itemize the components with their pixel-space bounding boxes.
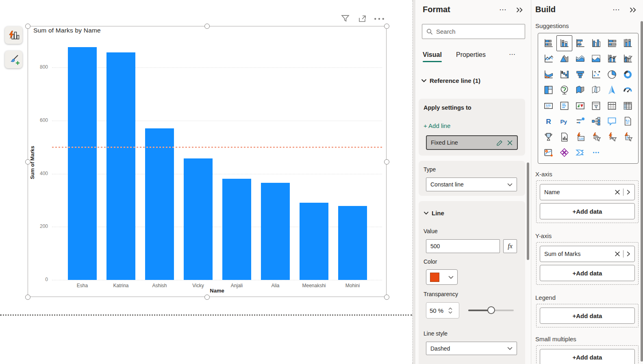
reference-line[interactable] bbox=[52, 147, 382, 148]
100-stacked-column-chart-icon[interactable] bbox=[620, 35, 636, 51]
decomposition-tree-icon[interactable] bbox=[588, 114, 604, 130]
add-data-button-legend[interactable]: +Add data bbox=[540, 308, 635, 324]
tab-properties[interactable]: Properties bbox=[456, 51, 486, 58]
100-stacked-bar-chart-icon[interactable] bbox=[604, 35, 620, 51]
format-search-box[interactable] bbox=[422, 24, 525, 39]
resize-handle[interactable] bbox=[204, 295, 210, 300]
format-more-options-icon[interactable]: ⋯ bbox=[499, 5, 506, 14]
tabs-more-icon[interactable]: ⋯ bbox=[509, 50, 515, 58]
type-dropdown[interactable]: Constant line bbox=[426, 178, 517, 191]
100-stacked-area-chart-icon[interactable] bbox=[588, 51, 604, 67]
line-stacked-column-chart-icon[interactable] bbox=[604, 51, 620, 67]
python-visual-icon[interactable]: Py bbox=[556, 114, 572, 130]
fixed-line-chip[interactable]: Fixed Line bbox=[426, 135, 518, 150]
color-dropdown[interactable] bbox=[426, 269, 458, 285]
add-data-button-x-axis[interactable]: +Add data bbox=[540, 203, 635, 219]
bar-Ashish[interactable] bbox=[145, 128, 174, 280]
focus-mode-icon[interactable] bbox=[358, 14, 367, 23]
remove-field-icon[interactable] bbox=[615, 189, 620, 195]
shape-map-icon[interactable] bbox=[588, 82, 604, 98]
stacked-area-chart-icon[interactable] bbox=[572, 51, 588, 67]
arcgis-map-icon[interactable] bbox=[541, 145, 556, 161]
table-icon[interactable] bbox=[604, 98, 620, 114]
chevron-down-icon[interactable] bbox=[448, 311, 452, 314]
collapse-pane-icon[interactable] bbox=[629, 7, 638, 13]
delete-line-close-icon[interactable] bbox=[507, 140, 513, 146]
ribbon-chart-icon[interactable] bbox=[541, 67, 556, 82]
map-icon[interactable] bbox=[556, 82, 572, 98]
resize-handle[interactable] bbox=[384, 159, 389, 165]
new-text-slicer-icon[interactable]: A bbox=[604, 129, 620, 145]
field-options-chevron-icon[interactable] bbox=[626, 251, 630, 257]
field-chip-name[interactable]: Name bbox=[540, 184, 635, 200]
slicer-icon[interactable] bbox=[588, 98, 604, 114]
bar-Vicky[interactable] bbox=[184, 158, 213, 280]
waterfall-chart-icon[interactable] bbox=[556, 67, 572, 82]
transparency-slider-thumb[interactable] bbox=[487, 306, 495, 314]
stacked-bar-chart-icon[interactable] bbox=[541, 35, 556, 51]
field-options-chevron-icon[interactable] bbox=[626, 189, 630, 195]
tab-visual[interactable]: Visual bbox=[423, 51, 442, 58]
resize-handle[interactable] bbox=[25, 24, 30, 29]
chevron-up-icon[interactable] bbox=[448, 308, 452, 310]
bar-Alia[interactable] bbox=[261, 183, 290, 280]
build-visual-button[interactable] bbox=[5, 26, 22, 44]
format-pane-scrollbar[interactable] bbox=[527, 162, 529, 260]
more-options-icon[interactable] bbox=[374, 17, 384, 21]
new-list-slicer-icon[interactable] bbox=[620, 129, 636, 145]
key-influencers-icon[interactable] bbox=[572, 114, 588, 130]
matrix-icon[interactable] bbox=[620, 98, 636, 114]
r-script-visual-icon[interactable]: R bbox=[541, 114, 556, 130]
clustered-bar-chart-icon[interactable] bbox=[572, 35, 588, 51]
filled-map-icon[interactable] bbox=[572, 82, 588, 98]
metrics-icon[interactable] bbox=[541, 129, 556, 145]
multi-row-card-icon[interactable] bbox=[556, 98, 572, 114]
reference-line-expander[interactable]: Reference line (1) bbox=[421, 77, 480, 84]
treemap-icon[interactable] bbox=[541, 82, 556, 98]
collapse-pane-icon[interactable] bbox=[515, 7, 524, 13]
kpi-icon[interactable] bbox=[572, 98, 588, 114]
build-more-options-icon[interactable]: ⋯ bbox=[613, 5, 620, 14]
card-icon[interactable]: 123 bbox=[541, 98, 556, 114]
new-card-icon[interactable]: 123 bbox=[572, 129, 588, 145]
resize-handle[interactable] bbox=[384, 24, 389, 29]
resize-handle[interactable] bbox=[384, 295, 389, 300]
azure-map-icon[interactable] bbox=[604, 82, 620, 98]
smart-narrative-icon[interactable] bbox=[620, 114, 636, 130]
filter-icon[interactable] bbox=[341, 14, 350, 23]
stacked-column-chart-icon[interactable] bbox=[556, 35, 572, 51]
power-apps-icon[interactable] bbox=[556, 145, 572, 161]
rename-line-pencil-icon[interactable] bbox=[496, 139, 503, 146]
spinner-arrows[interactable] bbox=[448, 308, 452, 314]
gauge-icon[interactable] bbox=[620, 82, 636, 98]
line-style-dropdown[interactable]: Dashed bbox=[426, 342, 517, 355]
transparency-input[interactable] bbox=[430, 307, 447, 314]
format-visual-button[interactable] bbox=[5, 51, 22, 68]
more-visuals-icon[interactable] bbox=[588, 145, 604, 161]
resize-handle[interactable] bbox=[204, 24, 210, 29]
bar-Meenakshi[interactable] bbox=[300, 203, 328, 280]
resize-handle[interactable] bbox=[25, 295, 30, 300]
pie-chart-icon[interactable] bbox=[604, 67, 620, 82]
remove-field-icon[interactable] bbox=[615, 251, 620, 257]
scatter-chart-icon[interactable] bbox=[588, 67, 604, 82]
bar-Anjali[interactable] bbox=[222, 179, 251, 280]
line-clustered-column-chart-icon[interactable] bbox=[620, 51, 636, 67]
add-data-button-y-axis[interactable]: +Add data bbox=[540, 265, 635, 281]
bar-Katrina[interactable] bbox=[106, 52, 135, 280]
add-line-button[interactable]: + Add line bbox=[424, 122, 450, 129]
build-pane-scrollbar[interactable] bbox=[641, 21, 643, 362]
bar-Esha[interactable] bbox=[68, 47, 97, 280]
area-chart-icon[interactable] bbox=[556, 51, 572, 67]
value-input[interactable] bbox=[426, 239, 500, 253]
bar-Mohini[interactable] bbox=[338, 206, 367, 280]
field-chip-sum-of-marks[interactable]: Sum of Marks bbox=[540, 246, 635, 262]
qa-visual-icon[interactable] bbox=[604, 114, 620, 130]
donut-chart-icon[interactable] bbox=[620, 67, 636, 82]
line-chart-icon[interactable] bbox=[541, 51, 556, 67]
add-data-button-small-multiples[interactable]: +Add data bbox=[540, 349, 635, 364]
new-slicer-icon[interactable] bbox=[588, 129, 604, 145]
power-automate-icon[interactable] bbox=[572, 145, 588, 161]
report-canvas[interactable]: Sum of Marks by Name 0200400600800EshaKa… bbox=[0, 0, 413, 364]
format-search-input[interactable] bbox=[436, 28, 521, 35]
